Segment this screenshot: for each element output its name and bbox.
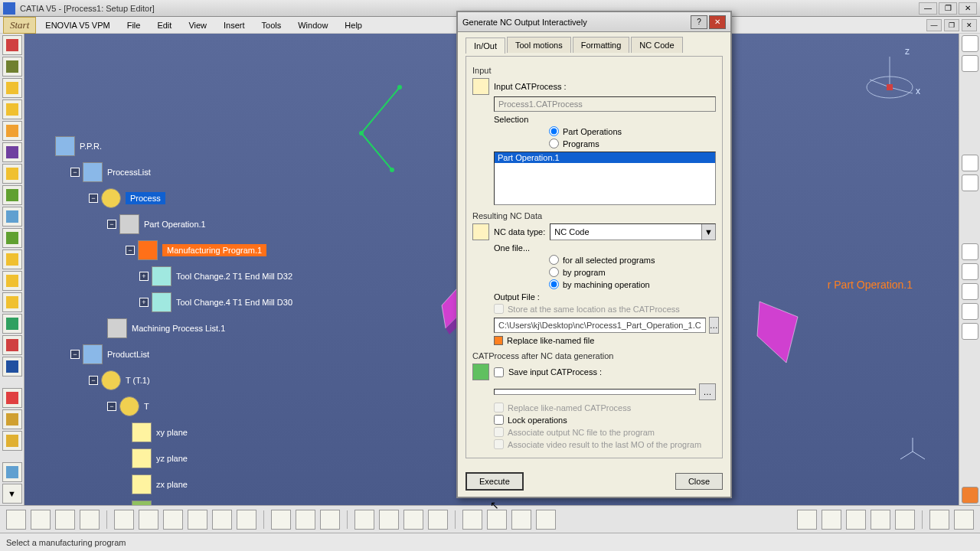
cut-button[interactable] — [114, 510, 134, 530]
tool-button-6[interactable] — [2, 142, 22, 162]
dialog-help-button[interactable]: ? — [691, 15, 707, 29]
dialog-close-button[interactable]: ✕ — [709, 15, 726, 29]
btool-7[interactable] — [462, 510, 482, 530]
tab-toolmotions[interactable]: Tool motions — [507, 37, 571, 53]
doc-close-button[interactable]: ✕ — [962, 19, 977, 31]
tree-productlist[interactable]: ProductList — [107, 350, 149, 359]
menu-help[interactable]: Help — [337, 19, 370, 31]
expander-icon[interactable]: − — [89, 194, 98, 203]
copy-button[interactable] — [139, 510, 158, 530]
tool-button-1[interactable] — [2, 35, 22, 55]
rtool-catia-icon[interactable] — [962, 487, 978, 504]
tree-zxplane[interactable]: zx plane — [156, 480, 188, 489]
rtool-6[interactable] — [962, 263, 978, 280]
radio-all-programs[interactable] — [549, 255, 559, 265]
tool-button-17[interactable] — [2, 388, 22, 408]
selection-listbox[interactable]: Part Operation.1 — [494, 152, 716, 205]
menu-tools[interactable]: Tools — [254, 19, 289, 31]
tool-button-12[interactable] — [2, 271, 22, 291]
rtool-4[interactable] — [962, 174, 978, 191]
tool-button-10[interactable] — [2, 228, 22, 248]
menu-edit[interactable]: Edit — [149, 19, 179, 31]
radio-part-operations[interactable] — [549, 126, 559, 136]
new-button[interactable] — [6, 510, 26, 530]
tree-xyplane[interactable]: xy plane — [156, 428, 188, 437]
rtool-9[interactable] — [962, 323, 978, 340]
spec-tree[interactable]: P.P.R. − ProcessList − Process − Part Op… — [55, 133, 292, 505]
tree-tchange1[interactable]: Tool Change.2 T1 End Mill D32 — [176, 272, 292, 281]
tool-button-18[interactable] — [2, 409, 22, 429]
btool-12[interactable] — [822, 510, 841, 530]
radio-by-machining-op[interactable] — [549, 279, 559, 289]
btool-17[interactable] — [954, 510, 974, 530]
rtool-1[interactable] — [962, 35, 978, 52]
chk-replace-file[interactable] — [494, 336, 503, 345]
dialog-titlebar[interactable]: Generate NC Output Interactively ? ✕ — [458, 12, 730, 32]
execute-button[interactable]: Execute — [466, 472, 524, 491]
axis-gizmo[interactable] — [897, 436, 928, 467]
tool-button-19[interactable] — [2, 431, 22, 451]
start-menu[interactable]: Start — [3, 17, 36, 34]
btool-2[interactable] — [320, 510, 340, 530]
tree-tchange2[interactable]: Tool Change.4 T1 End Mill D30 — [176, 298, 292, 307]
tree-t[interactable]: T — [144, 402, 149, 411]
expander-icon[interactable]: − — [107, 402, 116, 411]
tree-process[interactable]: Process — [126, 192, 165, 204]
open-button[interactable] — [31, 510, 51, 530]
tool-button-5[interactable] — [2, 121, 22, 141]
tool-button-7[interactable] — [2, 164, 22, 184]
doc-restore-button[interactable]: ❐ — [944, 19, 959, 31]
minimize-button[interactable]: — — [919, 2, 937, 15]
tool-button-11[interactable] — [2, 249, 22, 269]
list-item[interactable]: Part Operation.1 — [495, 152, 715, 163]
tree-machlist[interactable]: Machining Process List.1 — [132, 324, 225, 333]
expander-icon[interactable]: − — [89, 376, 98, 385]
view-compass[interactable]: z x — [859, 49, 920, 110]
doc-minimize-button[interactable]: — — [926, 19, 942, 31]
btool-10[interactable] — [536, 510, 556, 530]
btool-5[interactable] — [403, 510, 423, 530]
chk-save-input[interactable] — [494, 367, 504, 377]
redo-button[interactable] — [212, 510, 232, 530]
print-button[interactable] — [80, 510, 100, 530]
tree-ppr[interactable]: P.P.R. — [80, 142, 102, 151]
tree-tt1[interactable]: T (T.1) — [126, 376, 150, 385]
chk-lock-operations[interactable] — [494, 415, 504, 425]
tool-button-4[interactable] — [2, 99, 22, 119]
radio-by-program[interactable] — [549, 267, 559, 277]
help-button[interactable] — [237, 510, 256, 530]
close-button[interactable]: Close — [675, 473, 723, 490]
output-file-field[interactable]: C:\Users\kj\Desktop\nc\Process1_Part_Ope… — [494, 318, 706, 333]
btool-1[interactable] — [296, 510, 315, 530]
btool-9[interactable] — [511, 510, 531, 530]
tool-button-15[interactable] — [2, 335, 22, 355]
btool-8[interactable] — [487, 510, 507, 530]
tree-partop[interactable]: Part Operation.1 — [144, 220, 206, 229]
paste-button[interactable] — [163, 510, 183, 530]
browse-button[interactable]: … — [709, 317, 719, 334]
menu-insert[interactable]: Insert — [216, 19, 253, 31]
btool-14[interactable] — [871, 510, 890, 530]
expander-icon[interactable]: − — [70, 168, 80, 177]
radio-programs[interactable] — [549, 139, 559, 148]
btool-11[interactable] — [797, 510, 817, 530]
expander-icon[interactable]: − — [126, 246, 135, 255]
tool-button-8[interactable] — [2, 185, 22, 205]
menu-window[interactable]: Window — [290, 19, 335, 31]
expander-icon[interactable]: + — [139, 298, 149, 307]
fx-button[interactable] — [271, 510, 291, 530]
tree-yzplane[interactable]: yz plane — [156, 454, 188, 463]
rtool-2[interactable] — [962, 55, 978, 72]
tab-nccode[interactable]: NC Code — [631, 37, 682, 53]
expander-icon[interactable]: − — [70, 350, 80, 359]
nc-type-dropdown[interactable]: NC Code ▼ — [550, 223, 716, 240]
expander-icon[interactable]: − — [107, 220, 116, 229]
menu-view[interactable]: View — [181, 19, 214, 31]
tab-inout[interactable]: In/Out — [466, 37, 505, 54]
tab-formatting[interactable]: Formatting — [573, 37, 630, 53]
rtool-3[interactable] — [962, 155, 978, 171]
btool-15[interactable] — [895, 510, 915, 530]
tool-button-9[interactable] — [2, 207, 22, 227]
rtool-5[interactable] — [962, 243, 978, 260]
btool-16[interactable] — [929, 510, 949, 530]
